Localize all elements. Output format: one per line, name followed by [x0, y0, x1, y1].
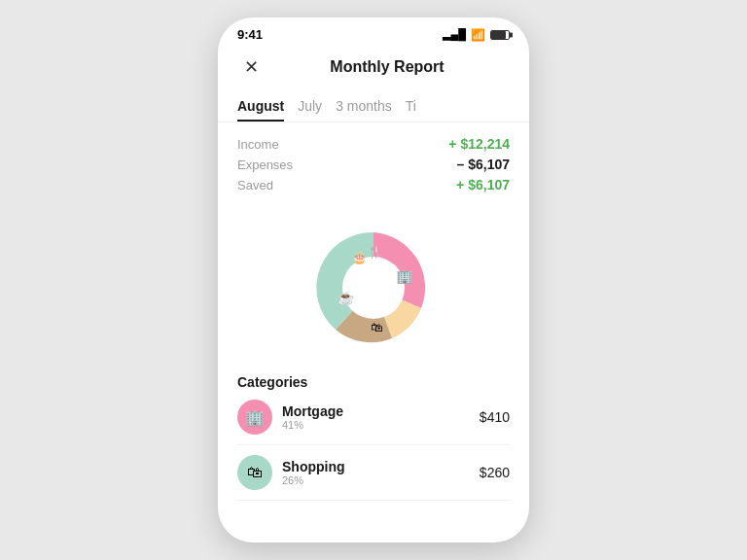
categories-title: Categories	[237, 374, 510, 390]
income-label: Income	[237, 137, 279, 152]
mortgage-info: Mortgage 41%	[282, 403, 480, 431]
category-mortgage: 🏢 Mortgage 41% $410	[237, 400, 510, 445]
mortgage-pct: 41%	[282, 419, 480, 431]
header: ✕ Monthly Report	[218, 46, 529, 90]
mortgage-amount: $410	[480, 409, 510, 425]
coffee-icon: ☕	[338, 290, 355, 306]
mortgage-emoji: 🏢	[245, 408, 265, 427]
tab-august[interactable]: August	[237, 90, 298, 122]
shopping-pct: 26%	[282, 474, 480, 486]
status-icons: ▂▄█ 📶	[443, 28, 510, 42]
mortgage-name: Mortgage	[282, 403, 480, 419]
expenses-row: Expenses – $6,107	[237, 157, 510, 172]
income-row: Income + $12,214	[237, 136, 510, 152]
expenses-value: – $6,107	[457, 157, 511, 172]
shopping-icon-circle: 🛍	[237, 455, 272, 490]
saved-row: Saved + $6,107	[237, 177, 510, 192]
income-value: + $12,214	[448, 136, 510, 152]
signal-icon: ▂▄█	[443, 28, 466, 41]
shopping-icon: 🛍	[371, 320, 383, 334]
mortgage-icon-circle: 🏢	[237, 400, 272, 435]
mortgage-icon: 🏢	[396, 268, 413, 285]
fork-icon: 🍴	[368, 245, 381, 259]
battery-icon	[490, 30, 510, 40]
phone-frame: 9:41 ▂▄█ 📶 ✕ Monthly Report August July …	[218, 18, 529, 542]
tabs-bar: August July 3 months Ti	[218, 90, 529, 122]
dining-icon: 🎂	[352, 250, 367, 264]
summary-section: Income + $12,214 Expenses – $6,107 Saved…	[218, 122, 529, 205]
status-time: 9:41	[237, 27, 263, 42]
donut-hole	[342, 257, 405, 319]
expenses-label: Expenses	[237, 158, 293, 172]
category-shopping: 🛍 Shopping 26% $260	[237, 455, 510, 501]
chart-container: 🏢 🎂 🍴 ☕ 🛍	[218, 205, 529, 367]
page-title: Monthly Report	[265, 58, 510, 76]
shopping-name: Shopping	[282, 459, 480, 474]
categories-section: Categories 🏢 Mortgage 41% $410 🛍 Shoppin…	[218, 367, 529, 542]
shopping-amount: $260	[480, 465, 510, 480]
status-bar: 9:41 ▂▄█ 📶	[218, 18, 529, 46]
tab-3months[interactable]: 3 months	[336, 90, 406, 122]
shopping-info: Shopping 26%	[282, 459, 480, 486]
donut-svg: 🏢 🎂 🍴 ☕ 🛍	[301, 215, 446, 361]
saved-label: Saved	[237, 178, 273, 192]
tab-july[interactable]: July	[298, 90, 336, 122]
donut-chart: 🏢 🎂 🍴 ☕ 🛍	[301, 215, 446, 361]
wifi-icon: 📶	[471, 28, 485, 42]
close-button[interactable]: ✕	[237, 53, 265, 81]
tab-ti[interactable]: Ti	[406, 90, 430, 122]
shopping-emoji: 🛍	[247, 464, 263, 481]
saved-value: + $6,107	[456, 177, 510, 192]
